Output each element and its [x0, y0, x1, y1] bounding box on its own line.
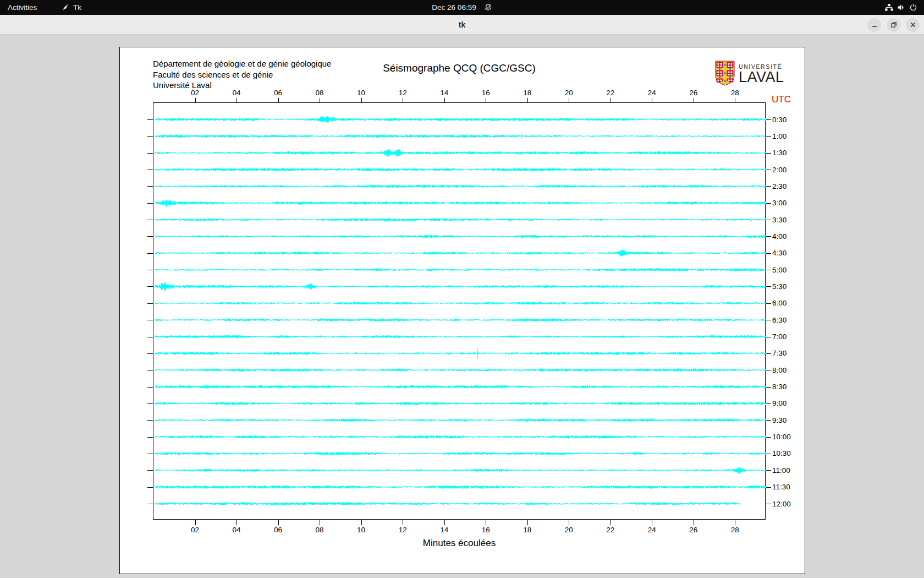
utc-time-label: 10:00 — [772, 433, 791, 441]
x-tick-bottom — [278, 520, 279, 525]
x-tick-bottom — [403, 520, 403, 525]
utc-time-label: 0:30 — [772, 116, 787, 124]
utc-time-label: 8:30 — [772, 383, 787, 391]
x-tick-top — [527, 98, 528, 103]
trace-left-tick — [147, 470, 153, 471]
x-tick-label-top: 22 — [598, 89, 623, 97]
x-tick-bottom — [652, 520, 652, 525]
seismogram-traces — [153, 103, 766, 520]
notifications-disabled-bell-icon — [484, 3, 492, 12]
trace-right-tick — [766, 286, 771, 287]
utc-time-label: 4:30 — [772, 249, 787, 257]
trace-right-tick — [766, 153, 771, 154]
trace-left-tick — [147, 203, 153, 204]
trace-right-tick — [766, 119, 771, 120]
utc-axis-label: UTC — [772, 94, 791, 105]
maximize-button[interactable] — [887, 18, 900, 32]
gnome-top-bar: Activities Tk Dec 26 06:59 — [0, 0, 924, 15]
trace-left-tick — [147, 353, 153, 354]
x-tick-top — [652, 98, 652, 103]
x-tick-bottom — [361, 520, 362, 525]
utc-time-label: 4:00 — [772, 232, 787, 241]
x-tick-label-top: 20 — [557, 89, 581, 97]
window-controls — [867, 15, 920, 35]
x-tick-label-top: 02 — [183, 89, 207, 97]
utc-time-label: 3:00 — [772, 199, 787, 207]
window-titlebar[interactable]: tk — [0, 15, 924, 35]
utc-time-label: 7:30 — [772, 349, 787, 357]
x-tick-bottom — [320, 520, 320, 525]
x-tick-label-bottom: 26 — [681, 526, 706, 534]
activities-label: Activities — [8, 3, 37, 12]
x-tick-bottom — [735, 520, 735, 525]
trace-right-tick — [766, 337, 771, 337]
utc-time-label: 6:00 — [772, 299, 787, 307]
system-status-area[interactable] — [884, 0, 917, 15]
x-tick-top — [569, 98, 569, 103]
x-tick-label-bottom: 28 — [723, 526, 747, 534]
x-tick-label-top: 16 — [474, 89, 498, 97]
trace-right-tick — [766, 170, 771, 170]
x-tick-top — [195, 98, 196, 103]
trace-right-tick — [766, 454, 771, 454]
utc-time-label: 12:00 — [772, 500, 791, 508]
activities-button[interactable]: Activities — [8, 0, 37, 15]
seismogram-plot-area: UTC 020204040606080810101212141416161818… — [153, 102, 766, 520]
utc-time-label: 7:00 — [772, 332, 787, 341]
x-tick-label-top: 12 — [391, 89, 415, 97]
x-tick-bottom — [694, 520, 694, 525]
trace-right-tick — [766, 136, 771, 137]
trace-right-tick — [766, 470, 771, 471]
utc-time-label: 10:30 — [772, 449, 791, 457]
trace-right-tick — [766, 420, 771, 421]
utc-time-label: 11:00 — [772, 466, 790, 475]
utc-time-label: 6:30 — [772, 316, 787, 324]
x-tick-label-bottom: 02 — [183, 526, 207, 534]
trace-right-tick — [766, 220, 771, 220]
minimize-button[interactable] — [867, 18, 881, 32]
x-tick-label-bottom: 20 — [557, 526, 581, 534]
trace-right-tick — [766, 487, 771, 488]
trace-left-tick — [147, 387, 153, 388]
trace-right-tick — [766, 203, 771, 204]
network-icon[interactable] — [884, 3, 894, 12]
x-tick-label-bottom: 24 — [640, 526, 664, 534]
x-tick-top — [486, 98, 486, 103]
x-tick-bottom — [444, 520, 445, 525]
trace-left-tick — [147, 186, 153, 187]
clock-container: Dec 26 06:59 — [0, 0, 924, 15]
trace-right-tick — [766, 504, 771, 504]
trace-right-tick — [766, 403, 771, 404]
power-icon[interactable] — [909, 3, 917, 12]
utc-time-label: 5:00 — [772, 266, 787, 274]
clock-button[interactable]: Dec 26 06:59 — [432, 3, 492, 12]
x-tick-top — [361, 98, 362, 103]
x-tick-top — [610, 98, 611, 103]
trace-left-tick — [147, 454, 153, 454]
trace-right-tick — [766, 387, 771, 388]
utc-time-label: 3:30 — [772, 216, 787, 224]
x-tick-label-top: 24 — [640, 89, 664, 97]
focused-app-button[interactable]: Tk — [62, 0, 81, 15]
trace-left-tick — [147, 303, 153, 304]
x-tick-top — [278, 98, 279, 103]
trace-left-tick — [147, 370, 153, 370]
tk-feather-icon — [62, 3, 70, 12]
trace-left-tick — [147, 153, 153, 154]
x-tick-top — [444, 98, 445, 103]
x-tick-bottom — [486, 520, 486, 525]
trace-left-tick — [147, 270, 153, 270]
plot-title: Séismographe QCQ (CGC/GSC) — [153, 62, 766, 74]
x-tick-label-bottom: 22 — [598, 526, 623, 534]
clock-label: Dec 26 06:59 — [432, 3, 476, 12]
x-tick-label-bottom: 08 — [307, 526, 332, 534]
close-icon[interactable] — [906, 18, 920, 32]
trace-right-tick — [766, 353, 771, 354]
x-tick-top — [694, 98, 694, 103]
window-content: Département de géologie et de génie géol… — [0, 35, 924, 578]
x-tick-label-top: 14 — [432, 89, 457, 97]
x-tick-label-top: 28 — [723, 89, 747, 97]
volume-icon[interactable] — [897, 3, 906, 12]
utc-time-label: 5:30 — [772, 282, 787, 291]
trace-left-tick — [147, 403, 153, 404]
